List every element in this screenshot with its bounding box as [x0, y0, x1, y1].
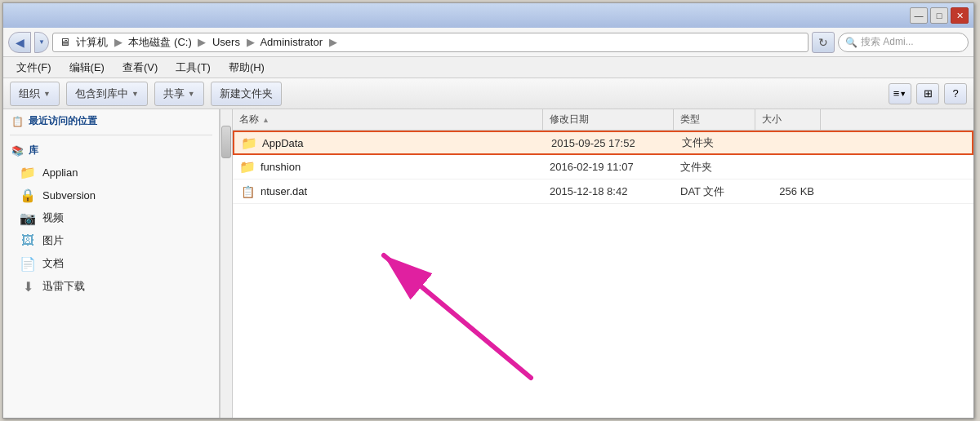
sidebar-item-documents[interactable]: 📄 文档	[3, 252, 219, 275]
file-area: 名称 ▲ 修改日期 类型 大小	[233, 109, 973, 418]
col-header-date[interactable]: 修改日期	[543, 109, 674, 130]
sidebar-item-subversion-label: Subversion	[42, 189, 96, 202]
file-date-cell: 2015-09-25 17:52	[545, 137, 675, 149]
file-type-cell: 文件夹	[675, 135, 757, 150]
applian-folder-icon: 📁	[20, 164, 36, 180]
sidebar-item-video-label: 视频	[42, 210, 64, 225]
file-size-cell: 256 KB	[755, 185, 821, 197]
back-icon: ◀	[16, 36, 24, 49]
file-name: funshion	[261, 161, 301, 173]
pictures-folder-icon: 🖼	[20, 233, 36, 249]
sidebar-item-applian-label: Applian	[42, 166, 78, 179]
scrollbar-thumb[interactable]	[221, 126, 231, 158]
menu-edit[interactable]: 编辑(E)	[61, 59, 113, 77]
title-bar: — □ ✕	[3, 3, 973, 28]
file-column-headers: 名称 ▲ 修改日期 类型 大小	[233, 109, 973, 131]
col-sort-icon: ▲	[262, 116, 270, 124]
file-list: 📁 AppData 2015-09-25 17:52 文件夹 📁 funshio…	[233, 131, 973, 418]
video-folder-icon: 📷	[20, 210, 36, 226]
search-box[interactable]: 🔍 搜索 Admi...	[838, 33, 969, 52]
forward-button[interactable]: ▼	[34, 32, 49, 53]
sidebar-item-video[interactable]: 📷 视频	[3, 206, 219, 229]
sidebar-item-downloads[interactable]: ⬇ 迅雷下载	[3, 275, 219, 298]
view-arrow-icon: ▼	[899, 90, 906, 98]
sidebar: 📋 最近访问的位置 📚 库 📁 Applian 🔒 Subversion	[3, 109, 220, 418]
view-toggle-button[interactable]: ≡ ▼	[889, 83, 911, 104]
new-folder-button[interactable]: 新建文件夹	[211, 82, 282, 106]
close-button[interactable]: ✕	[951, 7, 969, 24]
file-date-cell: 2015-12-18 8:42	[543, 185, 674, 197]
view-grid-icon: ⊞	[924, 87, 933, 100]
menu-tools[interactable]: 工具(T)	[167, 59, 219, 77]
toolbar-right: ≡ ▼ ⊞ ?	[889, 83, 967, 104]
view-icon: ≡	[893, 87, 900, 100]
sidebar-item-pictures[interactable]: 🖼 图片	[3, 229, 219, 252]
view-grid-button[interactable]: ⊞	[916, 83, 939, 104]
share-button[interactable]: 共享 ▼	[154, 82, 204, 106]
file-name: ntuser.dat	[261, 185, 307, 197]
library-icon: 📚	[11, 145, 24, 157]
file-name-cell: 📁 AppData	[234, 135, 545, 151]
file-name: AppData	[262, 137, 304, 149]
table-row[interactable]: 📁 funshion 2016-02-19 11:07 文件夹	[233, 155, 973, 179]
file-name-cell: 📋 ntuser.dat	[233, 184, 543, 200]
sidebar-item-pictures-label: 图片	[42, 233, 64, 248]
include-library-button[interactable]: 包含到库中 ▼	[66, 82, 148, 106]
address-path[interactable]: 🖥 计算机 ▶ 本地磁盘 (C:) ▶ Users ▶ Administrato…	[52, 33, 808, 52]
table-row[interactable]: 📋 ntuser.dat 2015-12-18 8:42 DAT 文件 256 …	[233, 179, 973, 204]
share-arrow: ▼	[188, 90, 195, 98]
sidebar-item-downloads-label: 迅雷下载	[42, 279, 85, 294]
search-icon: 🔍	[845, 37, 858, 48]
file-folder-icon: 📁	[239, 159, 256, 175]
main-area: 📋 最近访问的位置 📚 库 📁 Applian 🔒 Subversion	[3, 109, 973, 418]
sidebar-item-documents-label: 文档	[42, 256, 64, 271]
search-placeholder: 搜索 Admi...	[861, 35, 914, 49]
address-bar: ◀ ▼ 🖥 计算机 ▶ 本地磁盘 (C:) ▶ Users ▶ Administ…	[3, 28, 973, 57]
window-controls: — □ ✕	[910, 7, 969, 24]
col-header-name[interactable]: 名称 ▲	[233, 109, 543, 130]
col-header-size[interactable]: 大小	[755, 109, 821, 130]
documents-folder-icon: 📄	[20, 255, 36, 272]
menu-help[interactable]: 帮助(H)	[220, 59, 273, 77]
back-button[interactable]: ◀	[8, 32, 31, 53]
file-type-cell: DAT 文件	[674, 184, 755, 199]
menu-bar: 文件(F) 编辑(E) 查看(V) 工具(T) 帮助(H)	[3, 57, 973, 78]
table-row[interactable]: 📁 AppData 2015-09-25 17:52 文件夹	[233, 131, 973, 155]
share-label: 共享	[163, 86, 185, 101]
path-segment: 🖥 计算机 ▶ 本地磁盘 (C:) ▶ Users ▶ Administrato…	[60, 35, 341, 50]
subversion-lock-icon: 🔒	[20, 187, 36, 203]
help-icon: ?	[952, 87, 958, 100]
recent-icon: 📋	[11, 116, 24, 127]
refresh-button[interactable]: ↻	[812, 32, 835, 53]
organize-arrow: ▼	[43, 90, 51, 98]
sidebar-item-subversion[interactable]: 🔒 Subversion	[3, 184, 219, 206]
menu-view[interactable]: 查看(V)	[114, 59, 166, 77]
file-date-cell: 2016-02-19 11:07	[543, 161, 674, 173]
toolbar: 组织 ▼ 包含到库中 ▼ 共享 ▼ 新建文件夹 ≡ ▼ ⊞	[3, 78, 973, 109]
include-library-label: 包含到库中	[75, 86, 128, 101]
new-folder-label: 新建文件夹	[220, 86, 273, 101]
file-folder-icon: 📁	[241, 135, 257, 151]
file-type-cell: 文件夹	[674, 160, 755, 175]
menu-file[interactable]: 文件(F)	[8, 59, 60, 77]
recent-section-title: 📋 最近访问的位置	[3, 109, 219, 131]
forward-icon: ▼	[38, 38, 45, 46]
explorer-window: — □ ✕ ◀ ▼ 🖥 计算机 ▶ 本地磁盘 (C:) ▶ Users ▶ Ad…	[2, 2, 974, 419]
sidebar-divider-1	[10, 135, 212, 135]
organize-label: 组织	[19, 86, 40, 101]
maximize-button[interactable]: □	[930, 7, 948, 24]
organize-button[interactable]: 组织 ▼	[10, 82, 60, 106]
library-section-title: 📚 库	[3, 139, 219, 161]
sidebar-item-applian[interactable]: 📁 Applian	[3, 161, 219, 184]
refresh-icon: ↻	[818, 36, 828, 49]
sidebar-scrollbar[interactable]	[220, 109, 233, 418]
downloads-folder-icon: ⬇	[20, 278, 36, 295]
file-dat-icon: 📋	[239, 184, 256, 200]
file-name-cell: 📁 funshion	[233, 159, 543, 175]
col-header-type[interactable]: 类型	[674, 109, 755, 130]
include-library-arrow: ▼	[131, 90, 139, 98]
minimize-button[interactable]: —	[910, 7, 928, 24]
help-button[interactable]: ?	[944, 83, 967, 104]
